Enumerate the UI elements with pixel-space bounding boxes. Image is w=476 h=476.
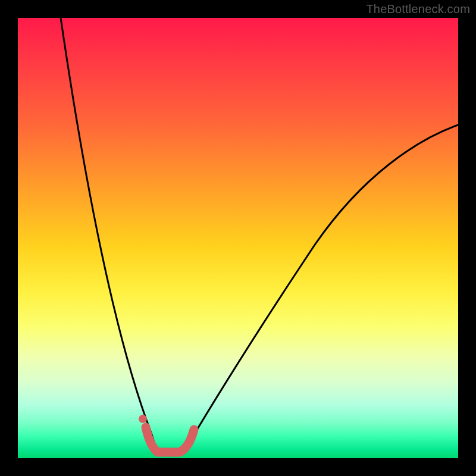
plot-area — [18, 18, 458, 458]
optimal-zone-marker — [146, 427, 194, 452]
bottleneck-curve — [18, 18, 458, 458]
curve-left-branch — [61, 18, 156, 449]
curve-right-branch — [186, 125, 458, 449]
watermark-text: TheBottleneck.com — [366, 2, 470, 16]
optimal-zone-dot — [139, 415, 147, 423]
